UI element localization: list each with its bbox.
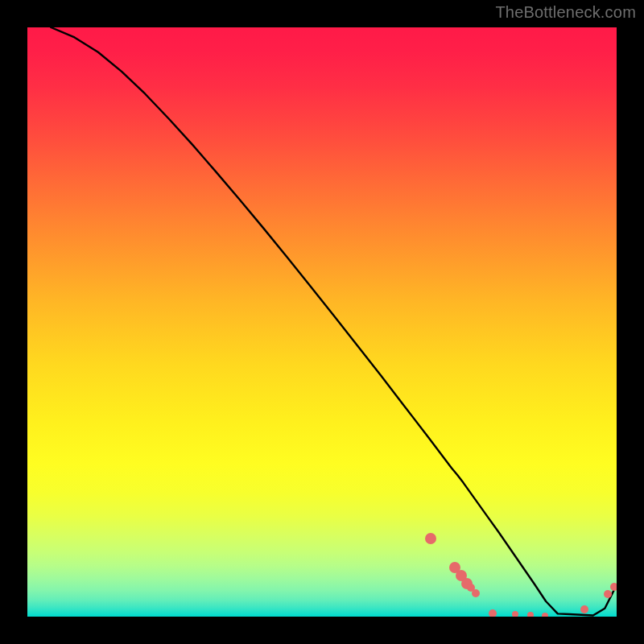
data-marker bbox=[610, 583, 617, 591]
data-marker bbox=[542, 613, 548, 617]
data-marker bbox=[472, 589, 480, 597]
data-marker bbox=[604, 590, 612, 598]
watermark-text: TheBottleneck.com bbox=[495, 3, 636, 22]
series-curve bbox=[51, 27, 617, 616]
data-marker bbox=[512, 611, 518, 617]
data-marker bbox=[527, 612, 534, 617]
chart-curve-layer bbox=[27, 27, 617, 617]
data-marker bbox=[580, 605, 588, 613]
plot-area bbox=[27, 27, 617, 617]
data-marker bbox=[489, 609, 497, 617]
data-marker bbox=[425, 533, 436, 544]
